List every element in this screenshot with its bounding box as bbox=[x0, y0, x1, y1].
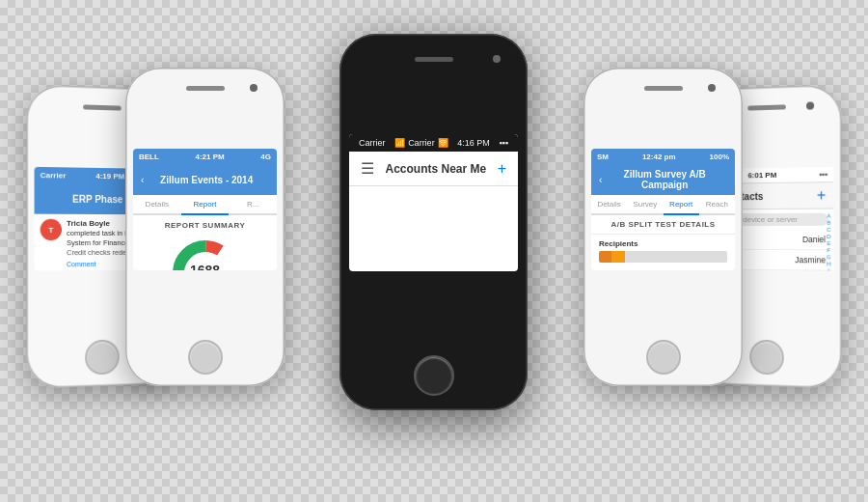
phone2-top-bar bbox=[125, 68, 285, 108]
phone-center-home-button[interactable] bbox=[414, 355, 454, 396]
phone1-home-button[interactable] bbox=[85, 340, 120, 376]
phone-center-speaker bbox=[415, 57, 453, 62]
donut-chart-container: 1688 Sent bbox=[133, 236, 277, 270]
phone2-nav-bar: ‹ Zillum Events - 2014 bbox=[133, 164, 277, 195]
alpha-index: A B C D E F G H I J K L M N O P Q bbox=[824, 230, 833, 271]
tab-details[interactable]: Details bbox=[133, 195, 181, 213]
phone-center-camera bbox=[493, 55, 501, 63]
phone2-speaker bbox=[186, 86, 225, 91]
pct-a: 10.0% A bbox=[599, 268, 629, 270]
phone-center-bottom-bar bbox=[339, 341, 528, 410]
phone2-screen: BELL 4:21 PM 4G ‹ Zillum Events - 2014 D… bbox=[133, 149, 277, 270]
recipients-label: Recipients bbox=[591, 235, 735, 251]
progress-a bbox=[599, 251, 611, 263]
phone4-tab-bar: Details Survey Report Reach bbox=[591, 195, 735, 215]
phone4-speaker bbox=[644, 86, 683, 91]
phone5-camera bbox=[806, 101, 814, 109]
tab-report[interactable]: Report bbox=[181, 195, 230, 215]
split-details-title: A/B SPLIT TEST DETAILS bbox=[591, 215, 735, 235]
phone-survey-ab: SM 12:42 pm 100% ‹ Zillum Survey A/B Cam… bbox=[583, 68, 743, 386]
phone1-speaker bbox=[83, 104, 122, 110]
phone5-speaker bbox=[747, 104, 786, 110]
phone-center-top-bar bbox=[339, 34, 528, 84]
phone4-camera bbox=[708, 84, 716, 92]
phone-accounts-near-me: Carrier 📶 Carrier 🛜 4:16 PM ▪▪▪ ☰ Accoun… bbox=[339, 34, 528, 410]
tab4-survey[interactable]: Survey bbox=[627, 195, 663, 213]
phone-center-screen: Carrier 📶 Carrier 🛜 4:16 PM ▪▪▪ ☰ Accoun… bbox=[349, 134, 518, 271]
add-icon[interactable]: + bbox=[498, 160, 506, 178]
contacts-add-icon[interactable]: + bbox=[817, 186, 827, 204]
report-summary-title: REPORT SUMMARY bbox=[133, 215, 277, 236]
tab-r[interactable]: R... bbox=[229, 195, 277, 213]
phone-events-report: BELL 4:21 PM 4G ‹ Zillum Events - 2014 D… bbox=[125, 68, 285, 386]
split-percentages: 10.0% A 10.0% B 80.0% REMAINING bbox=[591, 268, 735, 270]
phone2-home-button[interactable] bbox=[188, 340, 223, 375]
tab4-details[interactable]: Details bbox=[591, 195, 627, 213]
hamburger-icon[interactable]: ☰ bbox=[361, 159, 374, 178]
progress-remaining bbox=[625, 251, 727, 263]
phone2-camera bbox=[250, 84, 258, 92]
phone4-home-button[interactable] bbox=[646, 340, 681, 375]
tab4-report[interactable]: Report bbox=[664, 195, 699, 215]
phone2-status-bar: BELL 4:21 PM 4G bbox=[133, 149, 277, 164]
center-status-bar: Carrier 📶 Carrier 🛜 4:16 PM ▪▪▪ bbox=[349, 134, 518, 152]
phone2-tab-bar: Details Report R... bbox=[133, 195, 277, 215]
phone2-bottom-bar bbox=[125, 328, 285, 386]
phones-container: Carrier 4:19 PM ▪▪▪ ERP Phase II T Trici… bbox=[0, 0, 868, 502]
phone4-bottom-bar bbox=[583, 328, 743, 386]
phone4-top-bar bbox=[583, 68, 743, 108]
tab4-reach[interactable]: Reach bbox=[699, 195, 735, 213]
phone4-screen: SM 12:42 pm 100% ‹ Zillum Survey A/B Cam… bbox=[591, 149, 735, 270]
phone4-nav-bar: ‹ Zillum Survey A/B Campaign bbox=[591, 164, 735, 195]
phone5-home-button[interactable] bbox=[749, 340, 784, 376]
donut-center: 1688 Sent bbox=[190, 263, 220, 271]
progress-b bbox=[611, 251, 624, 263]
pct-b: 10.0% B bbox=[637, 268, 666, 270]
phone4-status-bar: SM 12:42 pm 100% bbox=[591, 149, 735, 164]
center-nav-bar: ☰ Accounts Near Me + bbox=[349, 152, 518, 186]
feed-avatar-1: T bbox=[41, 219, 62, 240]
pct-remaining: 80.0% REMAINING bbox=[674, 268, 713, 270]
recipients-progress-bar bbox=[599, 251, 727, 263]
